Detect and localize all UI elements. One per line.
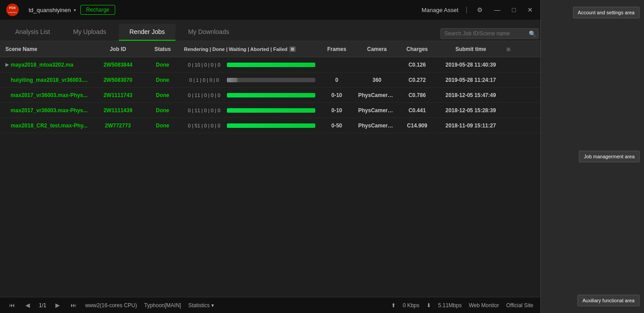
cell-progress-4: 0 | 51 | 0 | 0 | 0 <box>180 123 319 128</box>
cell-charges-0: C0.126 <box>399 62 435 68</box>
cell-scene-3: max2017_vr36003.max-Phys... <box>2 107 91 114</box>
cell-submit-3: 2018-12-05 15:28:39 <box>435 107 506 114</box>
annotation-job-management: Job managerment area <box>579 151 640 162</box>
cell-submit-4: 2018-11-09 15:11:27 <box>435 123 506 129</box>
cell-scene-2: max2017_vr36003.max-Phys... <box>2 92 91 98</box>
col-header-scene: Scene Name <box>2 46 91 52</box>
cell-frames-1: 0 <box>319 77 355 83</box>
expand-icon[interactable]: ▶ <box>5 62 9 67</box>
maximize-button[interactable]: □ <box>510 5 518 14</box>
dropdown-icon[interactable]: ▾ <box>74 8 76 13</box>
cell-frames-2: 0-10 <box>319 92 355 98</box>
first-page-button[interactable]: ⏮ <box>7 301 17 309</box>
col-header-camera: Camera <box>355 46 399 52</box>
annotation-sidebar: Account and settings area Job managermen… <box>540 0 644 313</box>
annotation-account: Account and settings area <box>573 7 640 18</box>
manage-asset-link[interactable]: Manage Asset <box>422 7 458 13</box>
annotation-auxiliary: Auxiliary functional area <box>577 295 640 306</box>
web-monitor-link[interactable]: Web Monitor <box>469 302 499 309</box>
search-input[interactable] <box>440 28 539 39</box>
typhoon-info: Typhoon[MAIN] <box>144 302 181 309</box>
minimize-button[interactable]: — <box>492 5 503 14</box>
cell-jobid-0: 2W5083844 <box>91 62 145 68</box>
table-row[interactable]: huiyiting_max2018_vr36003.... 2W5083070 … <box>0 72 540 88</box>
col-header-submit: Submit time <box>435 46 506 52</box>
svg-text:renderfarm: renderfarm <box>8 11 17 13</box>
cell-progress-2: 0 | 11 | 0 | 0 | 0 <box>180 93 319 98</box>
cell-charges-3: C0.441 <box>399 107 435 114</box>
cell-camera-4: PhysCamera.... <box>355 123 399 129</box>
cell-jobid-4: 2W772773 <box>91 123 145 129</box>
cell-charges-2: C0.786 <box>399 92 435 98</box>
settings-button[interactable]: ⚙ <box>475 5 485 14</box>
footer: ⏮ ◀ 1/1 ▶ ⏭ www2(16-cores CPU) Typhoon[M… <box>0 297 540 313</box>
next-page-button[interactable]: ▶ <box>54 301 62 309</box>
col-header-frames: Frames <box>319 46 355 52</box>
recharge-button[interactable]: Recharge <box>80 5 115 15</box>
search-area: 🔍 <box>440 28 536 39</box>
cell-camera-2: PhysCamera.... <box>355 92 399 98</box>
col-header-jobid: Job ID <box>91 46 145 52</box>
download-icon: ⬇ <box>427 302 431 309</box>
cell-frames-3: 0-10 <box>319 107 355 114</box>
last-page-button[interactable]: ⏭ <box>69 301 78 309</box>
cell-submit-1: 2019-05-28 11:24:17 <box>435 77 506 83</box>
col-header-progress: Rendering | Done | Waiting | Aborted | F… <box>180 47 319 52</box>
username-label: td_quanshiyinen <box>29 7 71 13</box>
cell-scene-4: max2018_CR2_test.max-Phy... <box>2 123 91 129</box>
user-area[interactable]: td_quanshiyinen ▾ <box>29 7 76 13</box>
svg-point-0 <box>6 4 19 16</box>
close-button[interactable]: ✕ <box>525 5 535 14</box>
cell-status-4: Done <box>145 123 180 129</box>
cell-camera-3: PhysCamera.... <box>355 107 399 114</box>
cell-scene-0: ▶ maya2018_mtoa3202.ma <box>2 62 91 68</box>
cell-jobid-3: 2W1111439 <box>91 107 145 114</box>
cell-progress-0: 0 | 10 | 0 | 0 | 0 <box>180 62 319 68</box>
tab-my-downloads[interactable]: My Downloads <box>177 24 240 41</box>
col-header-charges: Charges <box>399 46 435 52</box>
cell-status-2: Done <box>145 92 180 98</box>
tab-analysis-list[interactable]: Analysis List <box>4 24 61 41</box>
table-row[interactable]: max2017_vr36003.max-Phys... 2W1111439 Do… <box>0 103 540 118</box>
upload-speed: 0 Kbps <box>403 302 419 309</box>
cell-jobid-2: 2W1111743 <box>91 92 145 98</box>
logo: FOX renderfarm <box>5 3 20 17</box>
cell-progress-3: 0 | 11 | 0 | 0 | 0 <box>180 108 319 113</box>
cell-submit-0: 2019-05-28 11:40:39 <box>435 62 506 68</box>
col-header-status: Status <box>145 46 180 52</box>
table-row[interactable]: max2017_vr36003.max-Phys... 2W1111743 Do… <box>0 88 540 103</box>
cell-jobid-1: 2W5083070 <box>91 77 145 83</box>
table-row[interactable]: ▶ maya2018_mtoa3202.ma 2W5083844 Done 0 … <box>0 57 540 72</box>
separator: | <box>465 6 467 14</box>
tab-my-uploads[interactable]: My Uploads <box>63 24 117 41</box>
cell-status-1: Done <box>145 77 180 83</box>
official-site-link[interactable]: Official Site <box>506 302 533 309</box>
search-icon: 🔍 <box>529 30 536 37</box>
table-header: Scene Name Job ID Status Rendering | Don… <box>0 41 540 57</box>
page-info: 1/1 <box>39 302 46 309</box>
stats-chevron-icon: ▾ <box>211 302 214 309</box>
upload-icon: ⬆ <box>391 302 396 309</box>
statistics-button[interactable]: Statistics ▾ <box>188 302 214 309</box>
cell-status-3: Done <box>145 107 180 114</box>
cell-charges-1: C0.272 <box>399 77 435 83</box>
table-row[interactable]: max2018_CR2_test.max-Phy... 2W772773 Don… <box>0 118 540 133</box>
download-speed: 5.11Mbps <box>438 302 462 309</box>
cell-charges-4: C14.909 <box>399 123 435 129</box>
prev-page-button[interactable]: ◀ <box>24 301 32 309</box>
tab-render-jobs[interactable]: Render Jobs <box>119 24 176 41</box>
cell-submit-2: 2018-12-05 15:47:49 <box>435 92 506 98</box>
progress-info-icon[interactable]: ⊞ <box>289 47 296 52</box>
cell-scene-1: huiyiting_max2018_vr36003.... <box>2 77 91 83</box>
svg-text:FOX: FOX <box>9 6 16 9</box>
cell-status-0: Done <box>145 62 180 68</box>
cpu-info: www2(16-cores CPU) <box>85 302 137 309</box>
footer-right: ⬆ 0 Kbps ⬇ 5.11Mbps Web Monitor Official… <box>391 302 533 309</box>
table-body: ▶ maya2018_mtoa3202.ma 2W5083844 Done 0 … <box>0 57 540 297</box>
col-header-extra: ⊞ <box>506 46 515 52</box>
cell-camera-1: 360 <box>355 77 399 83</box>
cell-frames-4: 0-50 <box>319 123 355 129</box>
cell-progress-1: 0 | 1 | 0 | 0 | 0 <box>180 77 319 83</box>
